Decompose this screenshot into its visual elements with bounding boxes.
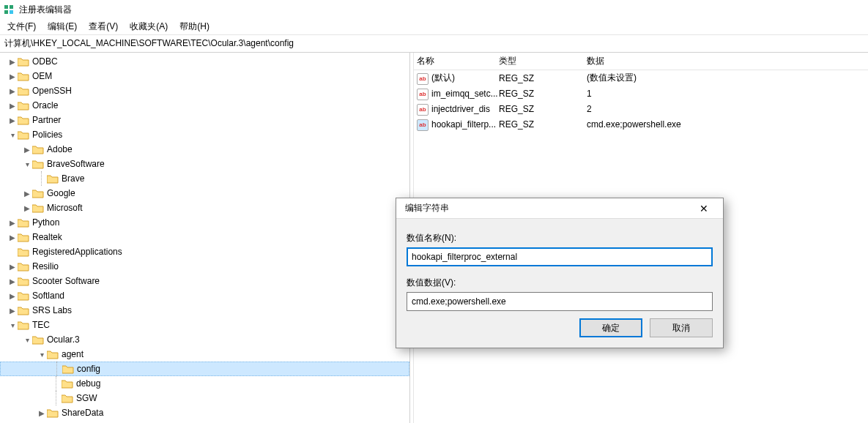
- list-row[interactable]: abim_eimqq_setc...REG_SZ1: [414, 86, 868, 101]
- svg-rect-1: [10, 5, 13, 9]
- tree-item-config[interactable]: config: [0, 362, 409, 376]
- tree-item-debug[interactable]: debug: [0, 376, 409, 391]
- tree-item-agent[interactable]: ▾agent: [0, 347, 409, 362]
- tree-item-oracle[interactable]: ▶Oracle: [0, 98, 409, 113]
- tree-label: Softland: [32, 291, 64, 301]
- titlebar: 注册表编辑器: [0, 0, 868, 19]
- col-type[interactable]: 类型: [499, 55, 587, 67]
- chevron-right-icon[interactable]: ▶: [22, 188, 32, 198]
- col-data[interactable]: 数据: [587, 55, 868, 67]
- chevron-right-icon[interactable]: ▶: [37, 408, 47, 418]
- chevron-right-icon[interactable]: ▶: [7, 115, 18, 125]
- menu-favorites[interactable]: 收藏夹(A): [124, 19, 174, 34]
- edit-string-dialog: 编辑字符串 ✕ 数值名称(N): 数值数据(V): 确定 取消: [396, 198, 724, 348]
- address-bar[interactable]: 计算机\HKEY_LOCAL_MACHINE\SOFTWARE\TEC\Ocul…: [0, 35, 868, 53]
- tree-item-realtek[interactable]: ▶Realtek: [0, 230, 409, 244]
- tree-label: RegisteredApplications: [32, 247, 122, 257]
- svg-rect-0: [4, 5, 8, 9]
- tree-item-openssh[interactable]: ▶OpenSSH: [0, 83, 409, 98]
- col-name[interactable]: 名称: [417, 55, 499, 67]
- tree-item-bravesoftware[interactable]: ▾BraveSoftware: [0, 157, 409, 171]
- chevron-right-icon[interactable]: ▶: [7, 100, 18, 111]
- tree-item-partner[interactable]: ▶Partner: [0, 113, 409, 127]
- list-row[interactable]: ab(默认)REG_SZ(数值未设置): [414, 70, 868, 86]
- tree-item-microsoft[interactable]: ▶Microsoft: [0, 201, 409, 215]
- folder-icon: [18, 217, 29, 228]
- tree-label: Python: [32, 217, 59, 228]
- folder-icon: [18, 85, 29, 97]
- tree-item-scooter[interactable]: ▶Scooter Software: [0, 274, 409, 288]
- address-text: 计算机\HKEY_LOCAL_MACHINE\SOFTWARE\TEC\Ocul…: [4, 37, 294, 50]
- value-type: REG_SZ: [499, 73, 587, 83]
- list-row[interactable]: abinjectdriver_disREG_SZ2: [414, 101, 868, 116]
- tree-label: Oracle: [32, 100, 58, 111]
- tree-item-softland[interactable]: ▶Softland: [0, 288, 409, 303]
- tree-item-adobe[interactable]: ▶Adobe: [0, 142, 409, 157]
- chevron-down-icon[interactable]: ▾: [7, 130, 18, 140]
- menu-file[interactable]: 文件(F): [1, 19, 42, 34]
- svg-rect-3: [10, 10, 13, 14]
- value-name: (默认): [431, 72, 499, 84]
- value-name-label: 数值名称(N):: [407, 232, 713, 244]
- chevron-right-icon[interactable]: ▶: [22, 203, 32, 213]
- folder-icon: [18, 290, 29, 302]
- chevron-right-icon[interactable]: ▶: [7, 276, 18, 286]
- chevron-right-icon[interactable]: ▶: [7, 86, 18, 96]
- tree-label: Brave: [62, 173, 84, 184]
- menu-view[interactable]: 查看(V): [83, 19, 124, 34]
- chevron-down-icon[interactable]: ▾: [22, 334, 32, 345]
- tree-item-odbc[interactable]: ▶ODBC: [0, 54, 409, 69]
- value-data: cmd.exe;powershell.exe: [587, 119, 868, 130]
- ok-button[interactable]: 确定: [579, 318, 642, 337]
- chevron-down-icon[interactable]: ▾: [22, 159, 32, 169]
- regedit-icon: [3, 4, 15, 15]
- tree-item-brave[interactable]: Brave: [0, 171, 409, 186]
- menu-edit[interactable]: 编辑(E): [42, 19, 83, 34]
- cancel-button[interactable]: 取消: [650, 318, 713, 337]
- reg-string-icon: ab: [417, 88, 429, 100]
- tree-label: Microsoft: [47, 203, 83, 213]
- tree-item-resilio[interactable]: ▶Resilio: [0, 259, 409, 274]
- tree-item-tec[interactable]: ▾TEC: [0, 318, 409, 332]
- dialog-titlebar[interactable]: 编辑字符串 ✕: [396, 198, 723, 219]
- folder-icon: [18, 275, 29, 287]
- chevron-right-icon[interactable]: ▶: [7, 71, 18, 81]
- close-icon[interactable]: ✕: [691, 200, 717, 217]
- chevron-right-icon[interactable]: ▶: [7, 291, 18, 301]
- tree-item-google[interactable]: ▶Google: [0, 186, 409, 201]
- chevron-right-icon[interactable]: ▶: [7, 261, 18, 272]
- tree-item-srslabs[interactable]: ▶SRS Labs: [0, 303, 409, 318]
- chevron-down-icon[interactable]: ▾: [37, 349, 47, 359]
- folder-icon: [32, 334, 44, 345]
- tree-item-policies[interactable]: ▾Policies: [0, 127, 409, 142]
- main-panes: ▶ODBC ▶OEM ▶OpenSSH ▶Oracle ▶Partner ▾Po…: [0, 53, 868, 423]
- tree-item-oem[interactable]: ▶OEM: [0, 69, 409, 83]
- chevron-right-icon[interactable]: ▶: [7, 232, 18, 242]
- folder-icon: [32, 187, 44, 199]
- chevron-right-icon[interactable]: ▶: [22, 144, 32, 154]
- tree-item-sharedata[interactable]: ▶ShareData: [0, 405, 409, 420]
- tree-pane[interactable]: ▶ODBC ▶OEM ▶OpenSSH ▶Oracle ▶Partner ▾Po…: [0, 53, 410, 423]
- list-body[interactable]: ab(默认)REG_SZ(数值未设置)abim_eimqq_setc...REG…: [414, 70, 868, 132]
- chevron-down-icon[interactable]: ▾: [7, 320, 18, 330]
- chevron-right-icon[interactable]: ▶: [7, 56, 18, 67]
- tree-item-ocular3[interactable]: ▾Ocular.3: [0, 332, 409, 347]
- value-name: im_eimqq_setc...: [431, 89, 499, 99]
- tree-label: agent: [62, 349, 84, 359]
- list-row[interactable]: abhookapi_filterp...REG_SZcmd.exe;powers…: [414, 116, 868, 132]
- value-name-input[interactable]: [407, 247, 713, 266]
- tree-label: Partner: [32, 115, 61, 125]
- menu-help[interactable]: 帮助(H): [174, 19, 215, 34]
- folder-icon: [18, 261, 29, 272]
- chevron-right-icon[interactable]: ▶: [7, 217, 18, 228]
- chevron-right-icon[interactable]: ▶: [7, 305, 18, 315]
- menubar: 文件(F) 编辑(E) 查看(V) 收藏夹(A) 帮助(H): [0, 19, 868, 35]
- tree-label: Realtek: [32, 232, 62, 242]
- value-data-input[interactable]: [407, 292, 713, 311]
- folder-icon: [62, 392, 73, 404]
- tree-item-registeredapps[interactable]: RegisteredApplications: [0, 244, 409, 259]
- tree-label: Adobe: [47, 144, 73, 154]
- svg-rect-2: [4, 10, 8, 14]
- tree-item-python[interactable]: ▶Python: [0, 215, 409, 230]
- tree-item-sgw[interactable]: SGW: [0, 391, 409, 405]
